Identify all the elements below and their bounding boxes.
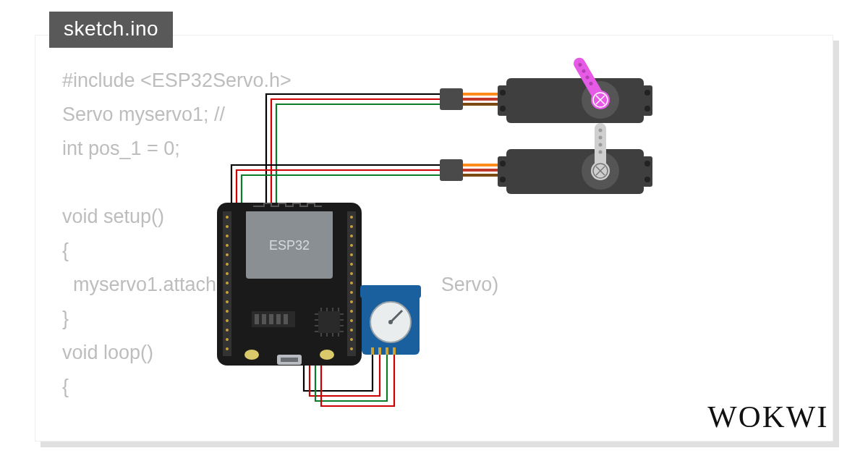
- filename-tab[interactable]: sketch.ino: [49, 12, 173, 48]
- wokwi-brand: WOKWI: [707, 400, 828, 434]
- code-preview: #include <ESP32Servo.h> Servo myservo1; …: [62, 64, 498, 404]
